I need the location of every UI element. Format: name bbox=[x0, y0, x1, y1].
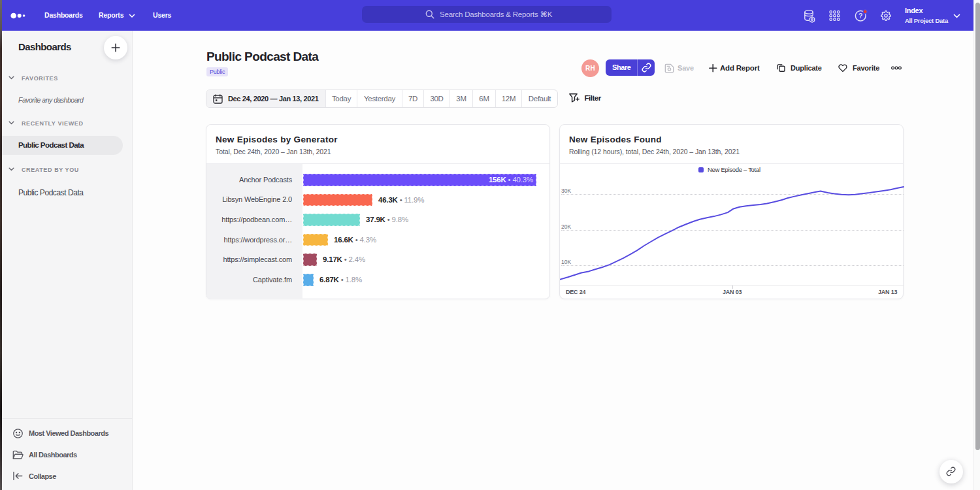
svg-text:?: ? bbox=[858, 12, 862, 20]
